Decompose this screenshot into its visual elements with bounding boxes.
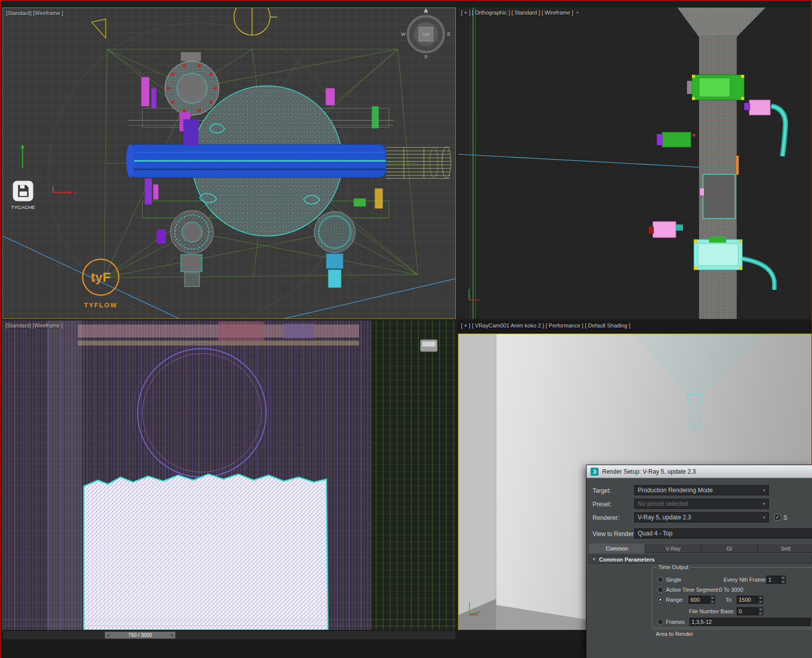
bottom-right-mixer[interactable] [314,211,356,288]
viewcube-compass[interactable]: TOP N W S E [401,8,451,59]
dropdown-arrow-icon: ▾ [763,488,765,493]
time-slider-handle[interactable]: ◂ 750 / 3000 ▸ [104,631,176,639]
tab-vray[interactable]: V-Ray [645,543,702,553]
active-time-segment-label[interactable]: Active Time Segment: [666,587,720,593]
tab-gi[interactable]: GI [702,543,758,553]
file-number-base-spinner[interactable]: ▲▼ [758,607,763,615]
time-output-group-title: Time Output [656,564,690,570]
file-number-base-field: ▲▼ [737,607,763,615]
time-step-back-icon[interactable]: ◂ [107,633,109,637]
viewport-menu-arrow-icon[interactable]: ▾ [576,10,578,15]
hopper-column[interactable] [677,8,765,319]
rollout-common-parameters-label: Common Parameters [599,557,655,563]
render-setup-titlebar[interactable]: 3 Render Setup: V-Ray 5, update 2.3 [587,465,812,478]
range-start-input[interactable] [688,596,710,604]
render-setup-dialog: 3 Render Setup: V-Ray 5, update 2.3 Targ… [586,465,812,658]
yellow-helpers [92,8,277,38]
tab-settings[interactable]: Sett [758,543,812,553]
viewport-camera-label[interactable]: [ + ] [ VRayCam001 Anim koko 2 ] [ Perfo… [461,322,630,328]
preset-dropdown[interactable]: No preset selected ▾ [634,499,769,509]
renderer-value: V-Ray 5, update 2.3 [638,514,691,521]
grid-axis-lines [458,8,699,319]
area-to-render-divider [652,629,812,629]
construction-lines [3,236,455,319]
target-dropdown[interactable]: Production Rendering Mode ▾ [634,485,769,495]
right-wireframe-tube [386,147,451,178]
viewport-front-label[interactable]: [Standard] [Wireframe ] [6,322,63,328]
file-number-base-label: File Number Base: [672,608,735,614]
dropdown-arrow-icon: ▾ [763,501,765,506]
white-hopper-block[interactable] [84,474,328,630]
viewport-front[interactable]: [Standard] [Wireframe ] [3,320,456,630]
compass-west: W [401,31,406,37]
radio-active-time-segment[interactable] [657,587,663,593]
radio-single[interactable] [657,577,663,583]
pink-valve-lower[interactable] [649,222,683,238]
every-nth-frame-input[interactable] [766,576,780,584]
max-app-icon: 3 [591,468,599,476]
pink-valve-upper[interactable] [744,100,785,156]
time-slider-track[interactable]: ◂ 750 / 3000 ▸ [3,630,456,640]
range-end-field: ▲▼ [737,596,763,604]
tycache-icon[interactable]: TYCACHE [11,181,35,210]
frames-label[interactable]: Frames [666,619,684,625]
viewport-front-canvas [3,320,456,630]
range-to-label: To [726,597,732,603]
bottom-left-mixer[interactable] [170,210,213,287]
dropdown-arrow-icon: ▾ [763,515,765,520]
frames-input[interactable] [689,618,811,626]
axis-x-label: x [74,189,77,195]
file-number-base-input[interactable] [737,607,758,615]
preset-label: Preset: [593,501,612,508]
viewport-top[interactable]: x TOP N W S E TYCACHE [3,8,456,319]
range-start-field: ▲▼ [688,596,715,604]
floor-shadow [496,605,589,630]
compass-south: S [424,54,428,59]
viewport-orthographic-canvas [458,8,811,319]
range-start-spinner[interactable]: ▲▼ [710,596,715,604]
preset-value: No preset selected [638,500,688,507]
viewport-top-label[interactable]: [Standard] [Wireframe ] [6,10,63,16]
viewcube-top-face[interactable]: TOP [422,33,430,36]
every-nth-frame-spinner[interactable]: ▲▼ [780,576,786,584]
render-setup-tabs: Common V-Ray GI Sett [589,543,812,553]
range-label[interactable]: Range: [666,597,683,603]
view-to-render-dropdown[interactable]: Quad 4 - Top [634,528,812,538]
view-to-render-value: Quad 4 - Top [638,530,672,537]
viewport-front-label-text: [Standard] [Wireframe ] [6,322,63,328]
tyflow-label: TYFLOW [84,301,118,309]
green-side-block[interactable] [657,132,695,147]
range-end-spinner[interactable]: ▲▼ [758,596,763,604]
tyflow-glyph: tyF [91,270,110,284]
radio-range[interactable] [657,597,663,603]
viewport-orthographic-label[interactable]: [ + ] [ Orthographic ] [ Standard ] [ Wi… [461,10,578,16]
time-output-group: Time Output Single Every Nth Frame: ▲▼ A… [652,567,812,628]
mini-gizmo-icon[interactable] [420,340,437,352]
renderer-dropdown[interactable]: V-Ray 5, update 2.3 ▾ [634,512,769,522]
compass-north: N [424,9,428,15]
green-feeder-block[interactable] [687,75,744,100]
compass-east: E [447,31,451,37]
tyflow-logo[interactable]: tyF TYFLOW [83,259,119,309]
range-end-input[interactable] [737,596,758,604]
tycache-label: TYCACHE [11,204,35,210]
tab-common[interactable]: Common [589,543,645,553]
max-window: x TOP N W S E TYCACHE [0,0,812,658]
time-slider-value: 750 / 3000 [128,632,152,638]
save-file-checkbox[interactable]: ✓ [774,514,781,520]
tank-circle-wireframe [133,344,271,482]
target-label: Target: [593,487,611,494]
active-time-segment-range: 0 To 3000 [719,587,743,593]
blue-cylinder[interactable] [126,144,386,177]
viewport-orthographic[interactable]: [ + ] [ Orthographic ] [ Standard ] [ Wi… [458,8,811,319]
rollout-arrow-icon: ▼ [592,557,596,562]
rollout-common-parameters[interactable]: ▼ Common Parameters [589,555,811,564]
every-nth-frame-field: ▲▼ [766,576,786,584]
teal-outlet-pipe [742,259,774,290]
radio-single-label[interactable]: Single [666,577,681,583]
viewport-camera-label-text: [ + ] [ VRayCam001 Anim koko 2 ] [ Perfo… [461,322,630,328]
teal-outlet-block[interactable] [694,237,742,270]
radio-frames[interactable] [657,619,663,625]
check-icon: ✓ [775,514,779,520]
time-step-forward-icon[interactable]: ▸ [171,633,173,637]
